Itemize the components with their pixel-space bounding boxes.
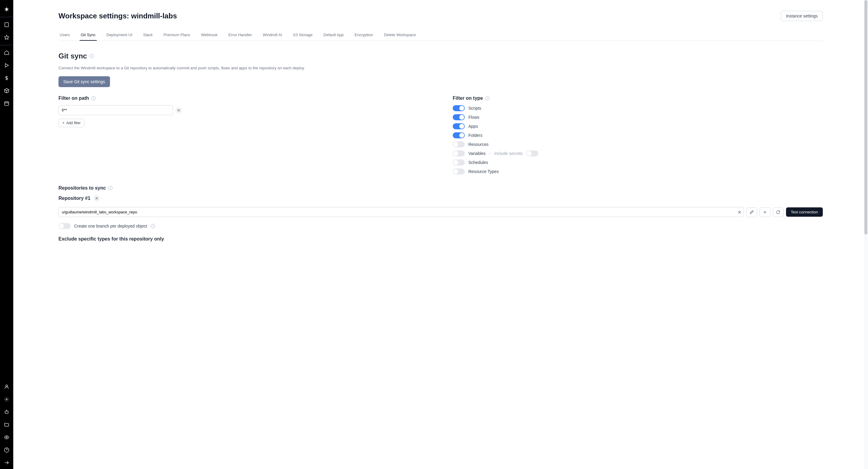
play-icon[interactable] — [0, 59, 13, 72]
plus-icon — [763, 210, 767, 214]
plus-icon: + — [62, 121, 64, 125]
filter-path-title: Filter on path — [59, 96, 89, 101]
tab-users[interactable]: Users — [59, 30, 71, 41]
toggle-schedules[interactable] — [453, 159, 465, 165]
dollar-icon[interactable] — [0, 72, 13, 84]
git-sync-description: Connect the Windmill workspace to a Git … — [59, 66, 823, 70]
page-title: Workspace settings: windmill-labs — [59, 12, 177, 20]
info-icon[interactable]: i — [151, 224, 155, 228]
tab-windmill-ai[interactable]: Windmill AI — [261, 30, 283, 41]
info-icon[interactable]: i — [485, 96, 490, 100]
main-content: Workspace settings: windmill-labs Instan… — [13, 0, 868, 469]
tab-git-sync[interactable]: Git Sync — [80, 30, 97, 41]
git-sync-title: Git sync — [59, 52, 87, 60]
clear-repo-input-button[interactable]: ✕ — [738, 209, 741, 215]
tab-default-app[interactable]: Default App — [322, 30, 345, 41]
svg-point-13 — [6, 385, 7, 387]
toggle-folders[interactable] — [453, 132, 465, 138]
svg-point-14 — [6, 399, 7, 400]
repos-title: Repositories to sync — [59, 185, 106, 191]
toggle-variables[interactable] — [453, 150, 465, 156]
toggle-schedules-label: Schedules — [468, 160, 488, 165]
cube-icon[interactable] — [0, 84, 13, 97]
tab-s3-storage[interactable]: S3 Storage — [292, 30, 314, 41]
bot-icon[interactable] — [0, 406, 13, 418]
eye-icon[interactable] — [0, 431, 13, 444]
divider — [0, 45, 13, 45]
separator: - — [489, 151, 491, 156]
divider — [0, 17, 13, 17]
toggle-resources-label: Resources — [468, 142, 489, 147]
refresh-icon — [776, 210, 780, 214]
toggle-apps[interactable] — [453, 123, 465, 129]
filter-type-title: Filter on type — [453, 96, 483, 101]
svg-rect-9 — [4, 102, 9, 105]
tab-premium-plans[interactable]: Premium Plans — [162, 30, 191, 41]
info-icon[interactable]: i — [108, 186, 113, 190]
test-connection-button[interactable]: Test connection — [786, 207, 823, 217]
svg-marker-6 — [5, 64, 9, 67]
add-filter-label: Add filter — [66, 121, 81, 125]
toggle-scripts-label: Scripts — [468, 106, 481, 111]
sidebar — [0, 0, 13, 469]
info-icon[interactable]: i — [91, 96, 96, 100]
home-icon[interactable] — [0, 46, 13, 59]
tab-deployment-ui[interactable]: Deployment UI — [105, 30, 133, 41]
edit-repo-button[interactable] — [746, 207, 757, 217]
tab-slack[interactable]: Slack — [142, 30, 154, 41]
user-icon[interactable] — [0, 380, 13, 393]
remove-filter-button[interactable]: ✕ — [176, 107, 182, 114]
calendar-icon[interactable] — [0, 97, 13, 110]
toggle-variables-label: Variables — [468, 151, 486, 156]
folder-icon[interactable] — [0, 418, 13, 431]
collapse-icon[interactable] — [0, 456, 13, 469]
instance-settings-button[interactable]: Instance settings — [781, 11, 823, 21]
tab-webhook[interactable]: Webhook — [200, 30, 219, 41]
toggle-resources[interactable] — [453, 142, 465, 147]
branch-label: Create one branch per deployed object — [74, 224, 147, 228]
filter-path-input[interactable] — [59, 105, 173, 115]
scrollbar-thumb[interactable] — [864, 0, 867, 234]
help-icon[interactable] — [0, 444, 13, 456]
tabs: Users Git Sync Deployment UI Slack Premi… — [59, 30, 823, 41]
toggle-apps-label: Apps — [468, 124, 478, 129]
toggle-flows-label: Flows — [468, 115, 479, 120]
repo-path-input[interactable] — [59, 207, 744, 217]
save-git-sync-button[interactable]: Save Git sync settings — [59, 76, 110, 87]
toggle-scripts[interactable] — [453, 105, 465, 111]
add-filter-button[interactable]: + Add filter — [59, 119, 84, 127]
building-icon[interactable] — [0, 19, 13, 31]
toggle-include-secrets[interactable] — [526, 150, 538, 156]
svg-marker-5 — [4, 35, 9, 39]
toggle-branch-per-object[interactable] — [59, 223, 70, 229]
include-secrets-label: Include secrets — [494, 151, 523, 156]
repo-label: Repository #1 — [59, 196, 90, 201]
toggle-flows[interactable] — [453, 114, 465, 120]
svg-rect-15 — [5, 411, 8, 413]
toggle-folders-label: Folders — [468, 133, 483, 138]
star-icon[interactable] — [0, 31, 13, 44]
svg-rect-0 — [5, 23, 8, 27]
info-icon[interactable]: i — [90, 54, 94, 58]
svg-point-17 — [6, 410, 7, 410]
add-repo-button[interactable] — [760, 207, 770, 217]
toggle-resource-types-label: Resource Types — [468, 169, 499, 174]
tab-delete-workspace[interactable]: Delete Workspace — [383, 30, 417, 41]
remove-repo-button[interactable]: ✕ — [93, 195, 100, 201]
tab-encryption[interactable]: Encryption — [353, 30, 374, 41]
tab-error-handler[interactable]: Error Handler — [227, 30, 253, 41]
scrollbar[interactable] — [864, 0, 868, 469]
windmill-logo-icon[interactable] — [0, 3, 13, 16]
toggle-resource-types[interactable] — [453, 168, 465, 175]
pencil-icon — [749, 210, 754, 214]
refresh-repo-button[interactable] — [773, 207, 784, 217]
svg-point-18 — [6, 437, 7, 438]
gear-icon[interactable] — [0, 393, 13, 406]
exclude-title: Exclude specific types for this reposito… — [59, 236, 823, 242]
